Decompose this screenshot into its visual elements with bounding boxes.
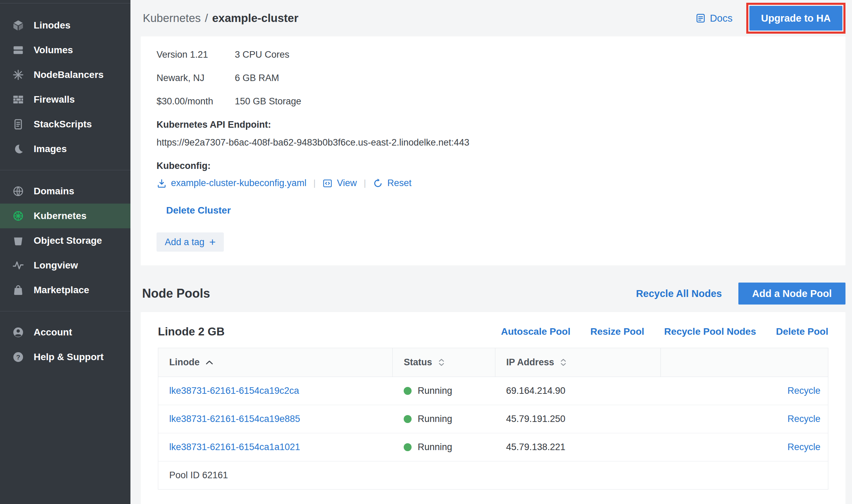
plus-icon: + [209,237,216,248]
pool-actions: Autoscale Pool Resize Pool Recycle Pool … [501,326,828,337]
sidebar-item-volumes[interactable]: Volumes [0,38,130,62]
spec-row-region-ram: Newark, NJ 6 GB RAM [157,72,830,84]
recycle-pool-nodes-link[interactable]: Recycle Pool Nodes [664,326,756,337]
docs-link[interactable]: Docs [695,13,733,24]
node-pools-title: Node Pools [142,286,210,301]
table-footer-row: Pool ID 62161 [158,461,828,490]
table-row: lke38731-62161-6154ca19e885 Running 45.7… [158,405,828,433]
code-view-icon [322,178,333,188]
delete-cluster-button[interactable]: Delete Cluster [166,205,231,216]
column-header-linode[interactable]: Linode [158,348,393,377]
pool-head: Linode 2 GB Autoscale Pool Resize Pool R… [158,325,828,338]
cluster-ram: 6 GB RAM [235,72,279,84]
images-icon [12,142,25,156]
status-running-dot [404,443,412,451]
breadcrumb-current: example-cluster [212,12,298,25]
column-header-status[interactable]: Status [393,348,495,377]
sidebar-item-images[interactable]: Images [0,137,130,161]
longview-icon [12,259,25,272]
sidebar-item-domains[interactable]: Domains [0,179,130,204]
linode-link[interactable]: lke38731-62161-6154ca19e885 [169,414,300,424]
ip-address: 69.164.214.90 [495,377,660,405]
kubeconfig-view-link[interactable]: View [322,178,357,188]
sidebar-item-label: StackScripts [34,119,92,130]
pool-id: Pool ID 62161 [158,461,828,490]
add-node-pool-button[interactable]: Add a Node Pool [738,283,845,305]
sort-icon [560,358,567,367]
sidebar-item-linodes[interactable]: Linodes [0,13,130,38]
add-tag-button[interactable]: Add a tag + [157,232,224,252]
column-label: Status [404,357,432,368]
status-badge: Running [404,414,495,424]
table-header-row: Linode Status IP Addre [158,348,828,377]
sidebar-item-label: NodeBalancers [34,69,104,80]
sidebar-item-account[interactable]: Account [0,320,130,345]
upgrade-to-ha-button[interactable]: Upgrade to HA [749,6,842,31]
sidebar-item-marketplace[interactable]: Marketplace [0,278,130,302]
cluster-summary-card: Version 1.21 3 CPU Cores Newark, NJ 6 GB… [141,36,845,265]
kubeconfig-download-link[interactable]: example-cluster-kubeconfig.yaml [157,178,307,188]
api-endpoint-label: Kubernetes API Endpoint: [157,119,830,130]
domains-icon [12,185,25,198]
sidebar-item-firewalls[interactable]: Firewalls [0,87,130,112]
status-text: Running [418,414,452,424]
sidebar-item-stackscripts[interactable]: StackScripts [0,112,130,137]
breadcrumb-separator: / [205,12,208,25]
kubernetes-icon [12,209,25,222]
sidebar-item-label: Firewalls [34,94,75,105]
volumes-icon [12,44,25,57]
recycle-all-nodes-link[interactable]: Recycle All Nodes [636,288,722,299]
breadcrumb-kubernetes-link[interactable]: Kubernetes [143,12,201,25]
api-endpoint-value: https://9e2a7307-b6ac-408f-ba62-9483b0b3… [157,137,830,148]
svg-text:?: ? [16,354,20,361]
sidebar-item-label: Object Storage [34,235,102,246]
stackscripts-icon [12,118,25,131]
spec-row-price-storage: $30.00/month 150 GB Storage [157,95,830,107]
object-storage-icon [12,234,25,247]
cluster-region: Newark, NJ [157,72,235,84]
sidebar-item-label: Volumes [34,45,73,56]
resize-pool-link[interactable]: Resize Pool [590,326,644,337]
recycle-link[interactable]: Recycle [787,414,820,424]
add-tag-label: Add a tag [165,237,205,248]
sidebar-item-label: Longview [34,260,78,271]
delete-pool-link[interactable]: Delete Pool [776,326,828,337]
status-badge: Running [404,386,495,396]
sidebar-item-object-storage[interactable]: Object Storage [0,228,130,253]
sidebar-item-label: Domains [34,186,74,197]
autoscale-pool-link[interactable]: Autoscale Pool [501,326,570,337]
sort-icon [438,358,445,367]
recycle-link[interactable]: Recycle [787,386,820,396]
sidebar-item-help-support[interactable]: ? Help & Support [0,345,130,369]
sidebar-item-label: Linodes [34,20,70,31]
column-label: Linode [169,357,200,368]
download-icon [157,178,167,188]
table-row: lke38731-62161-6154ca19c2ca Running 69.1… [158,377,828,405]
node-pools-actions: Recycle All Nodes Add a Node Pool [636,283,845,305]
linode-link[interactable]: lke38731-62161-6154ca1a1021 [169,442,300,452]
sidebar-item-label: Images [34,144,67,154]
status-running-dot [404,387,412,395]
sidebar-item-nodebalancers[interactable]: NodeBalancers [0,62,130,87]
breadcrumb: Kubernetes / example-cluster [143,12,298,25]
annotation-highlight: Upgrade to HA [746,3,845,34]
docs-label: Docs [710,13,733,24]
linode-link[interactable]: lke38731-62161-6154ca19c2ca [169,386,299,396]
sidebar-item-longview[interactable]: Longview [0,253,130,278]
status-text: Running [418,442,452,453]
marketplace-icon [12,284,25,297]
recycle-link[interactable]: Recycle [787,442,820,452]
sidebar-logo-strip [0,0,130,3]
view-label: View [337,178,357,188]
pool-name: Linode 2 GB [158,325,224,338]
firewalls-icon [12,93,25,106]
sidebar-item-label: Kubernetes [34,210,87,221]
header-actions: Docs Upgrade to HA [695,3,845,34]
separator: | [313,178,316,188]
sidebar-divider [0,170,130,170]
sidebar-item-kubernetes[interactable]: Kubernetes [0,204,130,228]
reset-icon [373,178,383,188]
column-header-ip-address[interactable]: IP Address [495,348,660,377]
main-content: Kubernetes / example-cluster Docs Upgrad… [130,0,852,504]
kubeconfig-reset-link[interactable]: Reset [373,178,412,188]
